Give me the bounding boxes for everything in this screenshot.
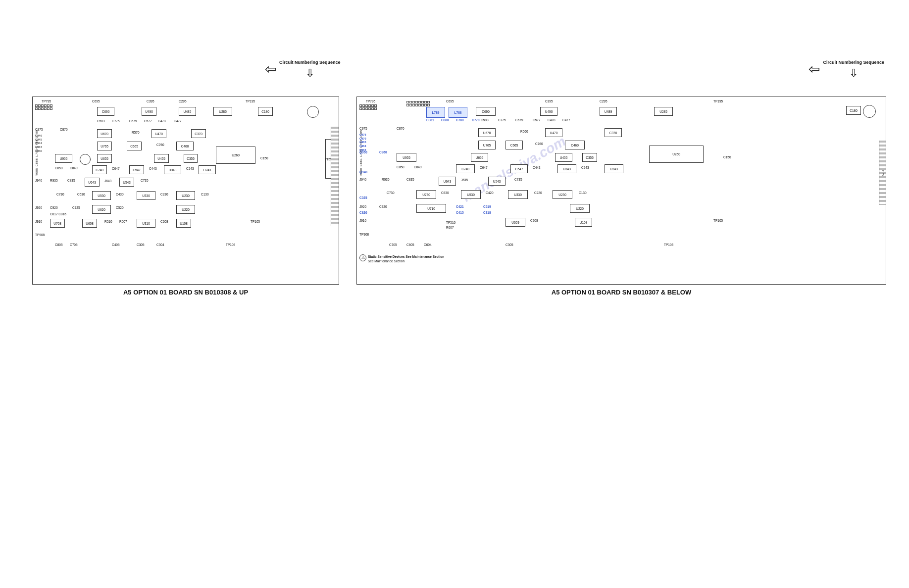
comp-tp195-l: TP195 xyxy=(246,99,255,103)
box-u260-r: U260 xyxy=(649,146,704,163)
comp-j940-l: J940 xyxy=(35,179,42,182)
c180-circle-r xyxy=(863,105,876,118)
c180-circle-l xyxy=(307,106,319,118)
box-u489-r: U489 xyxy=(600,107,617,116)
box-u285-r: U285 xyxy=(654,107,673,116)
pin-header-topleft-r xyxy=(359,104,377,110)
box-u530-r: U530 xyxy=(461,190,481,199)
comp-c415-r: C415 xyxy=(456,211,464,214)
box-c355-r: C355 xyxy=(582,153,597,162)
label-l789: L789 xyxy=(432,111,440,114)
comp-c770-r: C770 xyxy=(472,118,480,122)
box-u343-l: U343 xyxy=(164,165,181,174)
comp-j910-r: J910 xyxy=(359,219,366,222)
p155-r: P155 xyxy=(879,141,886,205)
comp-c920-l: C920 xyxy=(50,206,58,209)
arrow-down-left-icon: ⇩ xyxy=(305,67,314,80)
box-c547-r: C547 xyxy=(510,164,528,173)
box-u620-l: U620 xyxy=(92,205,111,214)
comp-j910-l: J910 xyxy=(35,220,42,223)
comp-c705-l: C705 xyxy=(70,243,78,246)
box-u220-r: U220 xyxy=(570,204,590,213)
comp-c577-r: C577 xyxy=(533,118,541,122)
left-board-diagram: TP795 C695 C395 C295 TP195 C690 U490 U48… xyxy=(32,97,339,285)
box-u708-l: U708 xyxy=(50,219,65,228)
comp-c849-r: C849 xyxy=(414,165,422,169)
comp-c025-r: C025 xyxy=(359,196,367,199)
comp-c850-r: C850 xyxy=(397,165,404,169)
comp-r570-l: R570 xyxy=(132,131,140,134)
cluster-q-r: Q975 Q970 Q965 Q964 Q963 xyxy=(359,133,366,152)
box-u655-l: U655 xyxy=(97,154,112,163)
comp-r607-r: TP510 xyxy=(446,221,455,224)
comp-c230-l: C230 xyxy=(160,193,168,196)
box-u455-r: U455 xyxy=(555,153,572,162)
comp-c760-r: C760 xyxy=(535,142,543,146)
comp-c520-l: C520 xyxy=(116,206,124,209)
comp-c478-r: C478 xyxy=(548,118,556,122)
arrow-left-right-icon: ⇦ xyxy=(808,62,820,76)
static-sensitive-notice: ⚠ Static Sensitive Devices See Maintenan… xyxy=(359,254,444,263)
comp-c820-r: C820 xyxy=(359,211,367,214)
comp-c243-r: C243 xyxy=(581,166,589,169)
comp-tp105b-l: TP105 xyxy=(226,243,235,246)
comp-j940-r: J940 xyxy=(359,178,366,181)
comp-c318-r: C318 xyxy=(483,211,491,214)
box-u309-r: U309 xyxy=(505,218,525,227)
box-l789-r: L789 xyxy=(426,107,445,118)
comp-c577-l: C577 xyxy=(144,119,152,123)
circuit-numbering-right: ⇦ Circuit Numbering Sequence ⇩ xyxy=(808,59,884,80)
box-c180-r: C180 xyxy=(846,106,861,115)
circuit-label-right: Circuit Numbering Sequence xyxy=(823,59,884,66)
comp-c850-l: C850 xyxy=(55,166,63,170)
comp-c605-r: C605 xyxy=(406,243,414,246)
comp-c975-l: C975 xyxy=(35,128,43,131)
box-c370-l: C370 xyxy=(191,129,206,138)
box-u490-l: U490 xyxy=(142,107,156,116)
box-u230-l: U230 xyxy=(176,191,195,200)
comp-c150-r: C150 xyxy=(723,155,731,159)
comp-c220-r: C220 xyxy=(534,191,542,195)
comp-c478-l: C478 xyxy=(158,119,166,123)
comp-c443-r2: C443 xyxy=(533,166,541,169)
right-board-wrapper: manualshiva.com TP795 C695 C395 C295 TP1… xyxy=(356,97,886,296)
comp-c735-r: C735 xyxy=(514,178,522,181)
box-u230-r: U230 xyxy=(553,190,572,199)
box-u765-l: U765 xyxy=(97,142,112,150)
comp-c835-r: C835 xyxy=(406,178,414,181)
comp-r510-l: R510 xyxy=(104,220,112,223)
box-u470-l: U470 xyxy=(152,129,166,138)
comp-c150-l: C150 xyxy=(260,156,268,160)
comp-c295-l: C295 xyxy=(179,99,187,103)
comp-c130-r: C130 xyxy=(579,191,587,195)
comp-tp795-r: TP795 xyxy=(366,99,375,103)
arrow-down-right-icon: ⇩ xyxy=(849,67,858,80)
box-u260-l: U260 xyxy=(216,147,255,164)
comp-c519-r: C519 xyxy=(483,205,491,208)
comp-c208-r: C208 xyxy=(530,219,538,222)
box-u285-l: U285 xyxy=(213,107,232,116)
comp-c695-r: C695 xyxy=(446,99,454,103)
comp-tp908-l: TP908 xyxy=(35,233,45,237)
comp-c583-l: C583 xyxy=(97,119,105,123)
comp-c305-r: C305 xyxy=(505,243,513,246)
box-u543-l: U543 xyxy=(119,178,134,187)
page: ⇦ Circuit Numbering Sequence ⇩ ⇦ Circuit… xyxy=(0,0,909,588)
comp-tp195-r: TP195 xyxy=(713,99,723,103)
comp-c583-r: C583 xyxy=(481,118,489,122)
right-board-diagram: manualshiva.com TP795 C695 C395 C295 TP1… xyxy=(356,97,886,285)
box-c180-l: C180 xyxy=(258,107,273,116)
box-u108-l: U108 xyxy=(176,219,191,228)
box-u670-l: U670 xyxy=(97,129,112,138)
comp-c604-r: C604 xyxy=(424,243,432,246)
comp-tp105b-r: TP105 xyxy=(664,243,673,246)
circuit-numbering-left: ⇦ Circuit Numbering Sequence ⇩ xyxy=(265,59,341,80)
box-u710-r: U710 xyxy=(416,204,446,213)
comp-tp795-l: TP795 xyxy=(42,99,51,103)
comp-c421-r: C421 xyxy=(456,205,464,208)
box-u530-l: U530 xyxy=(92,191,111,200)
comp-c735-l: C735 xyxy=(141,179,149,182)
box-u490-r: U490 xyxy=(540,107,557,116)
static-text: Static Sensitive Devices See Maintenance… xyxy=(368,254,444,263)
cluster-left-l: Q946Q945Q944Q963C963 xyxy=(35,134,42,153)
